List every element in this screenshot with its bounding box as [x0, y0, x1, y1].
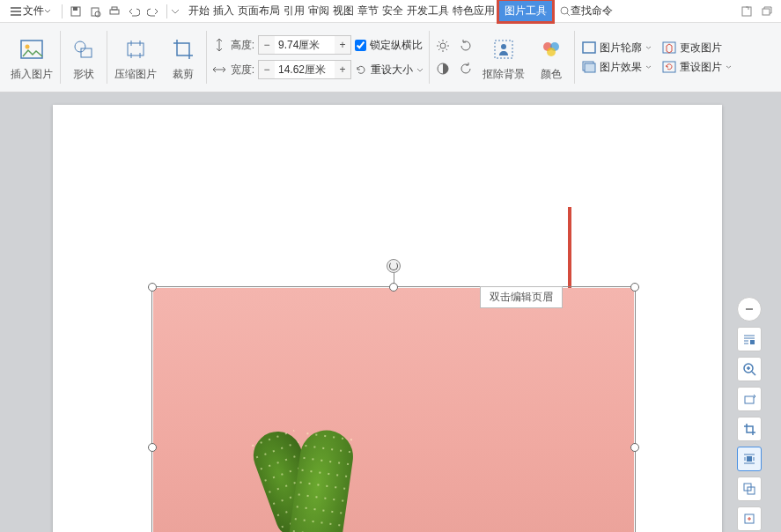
brightness-icon	[436, 39, 450, 53]
tab-picture-tools[interactable]: 图片工具	[497, 0, 555, 24]
picture-style-group: 图片轮廓 图片效果	[577, 40, 657, 76]
reset-pic-icon	[662, 61, 676, 73]
resize-handle-mr[interactable]	[630, 443, 639, 452]
tab-review[interactable]: 审阅	[306, 0, 331, 22]
tool-group[interactable]	[737, 477, 762, 501]
shapes-button[interactable]: 形状	[63, 23, 105, 92]
redo-button[interactable]	[144, 2, 163, 21]
width-inc[interactable]: +	[335, 61, 350, 78]
window-button-1[interactable]	[737, 2, 756, 21]
tool-rotate[interactable]	[737, 387, 762, 411]
width-spinner[interactable]: − +	[258, 60, 351, 79]
tool-layout[interactable]	[737, 327, 762, 351]
tool-link[interactable]	[737, 506, 762, 531]
tab-start[interactable]: 开始	[187, 0, 211, 22]
picture-icon	[19, 37, 44, 62]
selected-image[interactable]	[151, 286, 636, 532]
height-input[interactable]	[275, 36, 335, 54]
insert-picture-button[interactable]: 插入图片	[5, 23, 58, 92]
group-icon	[742, 482, 756, 496]
tool-crop[interactable]	[737, 417, 762, 441]
separator	[206, 31, 207, 84]
tab-page-layout[interactable]: 页面布局	[236, 0, 282, 22]
crop-label: 裁剪	[173, 67, 194, 82]
search-placeholder: 查找命令	[571, 4, 613, 18]
contrast-button[interactable]	[433, 59, 453, 78]
svg-rect-1	[73, 7, 77, 11]
tab-security[interactable]: 安全	[380, 0, 405, 22]
lock-ratio-checkbox[interactable]: 锁定纵横比	[355, 38, 423, 53]
height-icon	[212, 38, 226, 52]
rotate-left-button[interactable]	[456, 59, 475, 78]
width-icon	[212, 63, 226, 77]
save-button[interactable]	[66, 2, 85, 21]
resize-handle-ml[interactable]	[148, 443, 157, 452]
width-input[interactable]	[275, 61, 335, 78]
crop-icon	[172, 38, 195, 61]
chevron-down-icon	[645, 65, 652, 69]
window-button-2[interactable]	[756, 2, 776, 21]
effects-label: 图片效果	[600, 60, 642, 75]
tab-special[interactable]: 特色应用	[451, 0, 497, 22]
print-preview-icon	[89, 5, 101, 18]
color-button[interactable]: 颜色	[530, 23, 572, 92]
brightness-button[interactable]	[433, 36, 453, 55]
tab-sections[interactable]: 章节	[356, 0, 380, 22]
undo-button[interactable]	[124, 2, 144, 21]
separator	[107, 31, 107, 84]
width-dec[interactable]: −	[259, 61, 275, 78]
svg-rect-5	[112, 7, 117, 10]
ribbon-tabs: 开始 插入 页面布局 引用 审阅 视图 章节 安全 开发工具 特色应用 图片工具	[187, 0, 555, 24]
remove-bg-button[interactable]: 抠除背景	[477, 23, 530, 92]
resize-handle-tl[interactable]	[148, 283, 157, 292]
tab-insert[interactable]: 插入	[211, 0, 236, 22]
height-dec[interactable]: −	[259, 36, 275, 54]
tool-zoom[interactable]	[737, 357, 762, 381]
rotation-handle[interactable]	[387, 259, 401, 273]
reset-pic-button[interactable]: 重设图片	[660, 59, 733, 76]
chevron-down-icon	[171, 9, 180, 14]
print-preview-button[interactable]	[85, 2, 105, 21]
reset-size-button[interactable]: 重设大小	[355, 63, 424, 78]
outline-button[interactable]: 图片轮廓	[580, 40, 653, 56]
chevron-down-icon	[44, 9, 51, 13]
print-button[interactable]	[105, 2, 124, 21]
document-canvas[interactable]: 双击编辑页眉	[0, 92, 781, 532]
chevron-down-icon	[416, 68, 424, 72]
height-spinner[interactable]: − +	[258, 35, 351, 55]
shapes-label: 形状	[73, 67, 94, 82]
command-search[interactable]: 查找命令	[555, 2, 618, 20]
change-pic-button[interactable]: 更改图片	[660, 40, 733, 56]
height-inc[interactable]: +	[335, 36, 350, 54]
effects-button[interactable]: 图片效果	[580, 59, 653, 76]
svg-point-20	[547, 48, 556, 56]
ribbon: 插入图片 形状 压缩图片 裁剪 高度: − + 锁定纵横比	[0, 23, 781, 92]
tool-collapse[interactable]	[737, 297, 762, 321]
svg-point-6	[561, 7, 568, 14]
rotate-right-button[interactable]	[456, 36, 475, 55]
lock-ratio-label: 锁定纵横比	[370, 38, 423, 53]
change-pic-label: 更改图片	[680, 41, 722, 55]
contrast-icon	[436, 62, 450, 76]
file-menu[interactable]: 文件	[5, 2, 58, 20]
separator	[429, 31, 430, 84]
undo-icon	[128, 5, 140, 18]
crop-button[interactable]: 裁剪	[162, 23, 204, 92]
resize-handle-tm[interactable]	[389, 283, 398, 292]
minus-icon	[744, 304, 755, 314]
svg-rect-23	[585, 63, 595, 72]
outline-icon	[582, 41, 596, 54]
crop-icon	[742, 422, 756, 436]
svg-rect-26	[750, 340, 755, 344]
tab-view[interactable]: 视图	[331, 0, 356, 22]
reset-size-label: 重设大小	[371, 63, 413, 78]
compress-button[interactable]: 压缩图片	[109, 23, 162, 92]
tool-wrap[interactable]	[737, 447, 762, 471]
resize-handle-tr[interactable]	[630, 283, 639, 292]
tab-references[interactable]: 引用	[282, 0, 306, 22]
tab-developer[interactable]: 开发工具	[405, 0, 451, 22]
remove-bg-icon	[492, 38, 515, 61]
shapes-icon	[72, 38, 95, 61]
compress-icon	[124, 38, 147, 61]
lock-ratio-input[interactable]	[355, 40, 366, 51]
